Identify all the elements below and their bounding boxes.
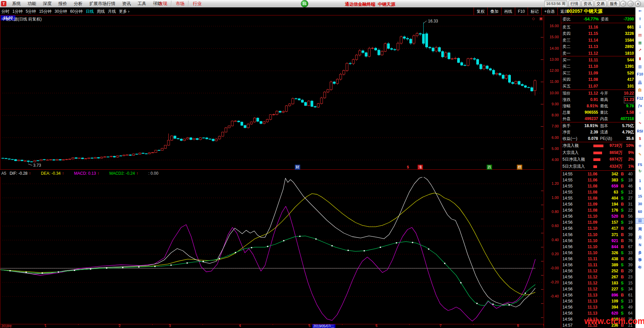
- tree-icon[interactable]: 品: [636, 80, 644, 85]
- period-15min[interactable]: 15: [636, 194, 644, 198]
- bid-price: 11.09: [575, 70, 598, 76]
- tick-row-9: 14:5611.10417B49: [561, 225, 635, 232]
- period-week[interactable]: 周: [636, 227, 644, 232]
- back-arrow-icon[interactable]: ⇐: [636, 9, 644, 13]
- tick-time: 14:56: [562, 250, 573, 256]
- period-quarter[interactable]: 季: [636, 258, 644, 263]
- candlestick-chart[interactable]: 16.333.73: [0, 15, 544, 169]
- scroll-down-icon[interactable]: ⇩: [636, 25, 644, 29]
- close-button[interactable]: ×: [635, 1, 641, 7]
- menu-item-1[interactable]: 功能: [24, 1, 40, 7]
- period-30min[interactable]: 30: [636, 202, 644, 206]
- period-tab-7[interactable]: 周线: [97, 9, 105, 14]
- menu-item-5[interactable]: 扩展市场行情: [86, 1, 119, 7]
- shortcut-跌[interactable]: 跌: [487, 165, 492, 170]
- fin-label: 收益(一): [562, 135, 577, 142]
- titlebar-button-1[interactable]: 资讯: [582, 1, 593, 7]
- report-icon[interactable]: ▤: [636, 33, 644, 37]
- minimize-button[interactable]: –: [620, 1, 626, 7]
- formula-icon[interactable]: ƒx: [636, 104, 644, 108]
- period-multi[interactable]: 多: [636, 250, 644, 255]
- period-1min[interactable]: 1: [636, 179, 644, 183]
- shortcut-财[interactable]: 财: [295, 165, 300, 170]
- menu-item-6[interactable]: 资讯: [119, 1, 134, 7]
- macd-chart[interactable]: [0, 177, 544, 324]
- zixuan-icon[interactable]: 自: [636, 88, 644, 93]
- sidebar-icon-strip: ⇐⇧⇩▤▦↗▮▥F10品自F12ƒx○∿RSI$✛✎F5↻15153060日周月…: [635, 7, 644, 328]
- menu-item-7[interactable]: 工具: [134, 1, 150, 7]
- chart-corner-icons[interactable]: ◇ ▣: [532, 16, 544, 21]
- tick-price: 11.09: [581, 201, 597, 208]
- money-icon[interactable]: $: [636, 136, 644, 141]
- period-tab-4[interactable]: 30分钟: [55, 9, 67, 14]
- quote-grid-icon[interactable]: ▦: [636, 41, 644, 45]
- flow-pct: 2%: [628, 156, 634, 163]
- f10-icon[interactable]: F10: [636, 72, 644, 76]
- tick-row-20: 14:5611.13896B61: [561, 292, 635, 298]
- tick-time: 14:56: [562, 298, 573, 305]
- news-icon[interactable]: ▥: [636, 64, 644, 69]
- menu-item-0[interactable]: 系统: [9, 1, 24, 7]
- period-tab-2[interactable]: 5分钟: [26, 9, 36, 14]
- kline-icon[interactable]: ▮: [636, 56, 644, 61]
- weicha-label: 委差: [601, 16, 609, 22]
- period-tab-0[interactable]: 分时: [1, 9, 9, 14]
- fin-label: 换手: [562, 123, 571, 129]
- shortcut-榜[interactable]: 榜: [517, 165, 522, 170]
- period-tab-8[interactable]: 月线: [108, 9, 116, 14]
- period-60min[interactable]: 60: [636, 210, 644, 214]
- shortcut-$[interactable]: $: [405, 165, 411, 170]
- tool-button-3[interactable]: F10: [515, 7, 528, 15]
- tool-button-1[interactable]: 叠加: [487, 7, 501, 15]
- draw-icon[interactable]: ✎: [636, 152, 644, 157]
- titlebar-button-2[interactable]: 交易: [595, 1, 606, 7]
- tick-count: 39: [628, 262, 633, 268]
- menu-item-4[interactable]: 分析: [70, 1, 86, 7]
- weibi-value: -54.77%: [577, 16, 599, 22]
- price-axis-label: 9.00: [544, 102, 559, 106]
- period-day[interactable]: 日: [636, 218, 644, 223]
- trend-icon[interactable]: ↗: [636, 48, 644, 52]
- rsi-icon[interactable]: RSI: [636, 129, 644, 133]
- period-month[interactable]: 月: [636, 235, 644, 240]
- circle-icon[interactable]: ○: [636, 111, 644, 115]
- tool-button-4[interactable]: 标记: [528, 7, 541, 15]
- period-tab-9[interactable]: 更多 ›: [119, 9, 129, 14]
- quick-menu-1[interactable]: 市场: [171, 1, 189, 7]
- quick-menu-0[interactable]: 发现: [154, 1, 171, 7]
- shortcut-涨[interactable]: 涨: [418, 165, 423, 170]
- f12-icon[interactable]: F12: [636, 96, 644, 100]
- f5-icon[interactable]: F5: [636, 163, 644, 167]
- tick-price: 11.08: [581, 183, 597, 189]
- period-tab-1[interactable]: 1分钟: [12, 9, 23, 14]
- period-tab-3[interactable]: 15分钟: [39, 9, 51, 14]
- ask-label: 卖二: [562, 44, 571, 50]
- fin-row-0: 换手18.91%股本5.75亿: [561, 123, 635, 129]
- refresh-icon[interactable]: ↻: [636, 169, 644, 173]
- menu-item-2[interactable]: 深度: [40, 1, 55, 7]
- notification-badge[interactable]: 31: [301, 0, 308, 7]
- flow-bar: [593, 145, 603, 147]
- restore-button[interactable]: □: [628, 1, 634, 7]
- tool-button-0[interactable]: 复权: [474, 7, 487, 15]
- scroll-up-icon[interactable]: ⇧: [636, 17, 644, 21]
- period-year[interactable]: 年: [636, 265, 644, 270]
- quick-menu-2[interactable]: 行业: [189, 1, 206, 7]
- indicator-value-0: DIF: -0.28: [10, 171, 28, 176]
- titlebar-button-0[interactable]: 行情: [569, 1, 580, 7]
- period-tab-6[interactable]: 日线: [86, 9, 94, 14]
- period-n[interactable]: N: [636, 243, 644, 247]
- stock-name: 中钢天源: [584, 8, 603, 14]
- menu-item-3[interactable]: 报价: [55, 1, 70, 7]
- wave-icon[interactable]: ∿: [636, 121, 644, 125]
- tick-time: 14:56: [562, 225, 573, 232]
- tool-button-5[interactable]: +自选: [541, 7, 557, 15]
- move-icon[interactable]: ✛: [636, 144, 644, 148]
- titlebar-button-3[interactable]: 服务: [608, 1, 620, 7]
- period-tab-5[interactable]: 60分钟: [70, 9, 83, 14]
- period-5min[interactable]: 5: [636, 186, 644, 190]
- tick-volume: 176: [601, 207, 618, 214]
- tool-button-2[interactable]: 画线: [501, 7, 515, 15]
- tick-time: 14:55: [562, 171, 573, 177]
- tick-price: 11.08: [581, 189, 597, 196]
